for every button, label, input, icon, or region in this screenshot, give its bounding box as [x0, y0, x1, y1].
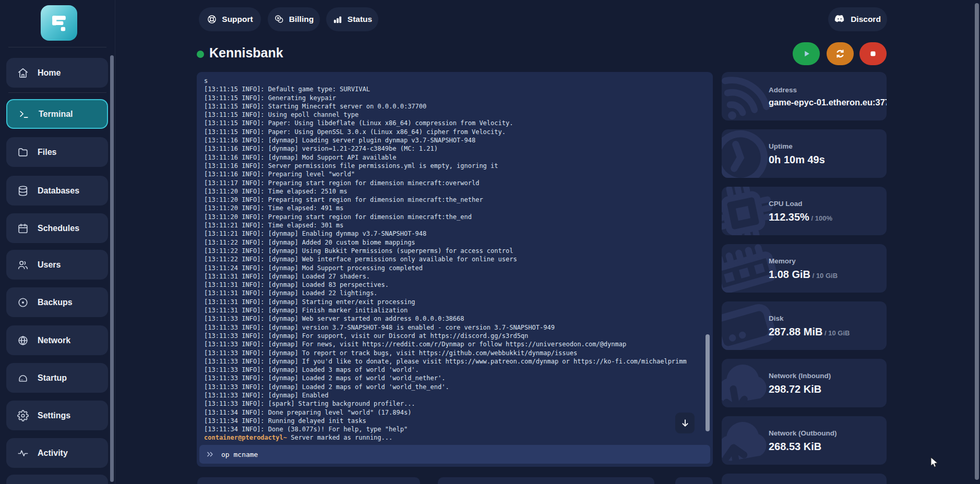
console-log-line: [13:11:15 INFO]: Generating keypair	[204, 94, 701, 102]
sidebar-item-label: Activity	[38, 449, 68, 458]
stat-suffix: / 10 GiB	[810, 271, 838, 279]
console-log-line: [13:11:21 INFO]: Time elapsed: 301 ms	[204, 221, 701, 229]
status-button[interactable]: Status	[326, 7, 378, 31]
globe-icon	[17, 335, 29, 346]
stat-card-cpu-load: CPU Load112.35% / 100%	[722, 187, 887, 235]
console-log-line: [13:11:15 INFO]: Default game type: SURV…	[204, 85, 701, 93]
folder-icon	[17, 147, 29, 158]
stat-label: Network (Outbound)	[769, 429, 836, 437]
console-log-line: [13:11:15 INFO]: Paper: Using libdeflate…	[204, 119, 701, 127]
sidebar-item-label: Databases	[38, 186, 79, 196]
sidebar-item-label: Network	[38, 336, 70, 345]
sidebar-item-schedules[interactable]: Schedules	[6, 213, 108, 243]
stat-label: Uptime	[769, 142, 825, 150]
pill-label: Status	[348, 15, 372, 24]
console-log-line: [13:11:34 INFO]: Running delayed init ta…	[204, 417, 701, 425]
console-scrollbar-thumb[interactable]	[706, 334, 710, 431]
sidebar-item-backups[interactable]: Backups	[6, 287, 108, 317]
restart-icon	[834, 48, 846, 59]
console-log-line: [13:11:33 INFO]: [dynmap] version 3.7-SN…	[204, 323, 701, 332]
sidebar-item-settings[interactable]: Settings	[6, 401, 108, 430]
console-prompt-line: container@pterodactyl~ Server marked as …	[204, 433, 701, 442]
stat-suffix: / 10 GiB	[822, 329, 850, 336]
stat-label: CPU Load	[769, 199, 832, 207]
arrow-down-icon	[680, 418, 690, 428]
restart-server-button[interactable]	[827, 42, 854, 65]
sidebar-item-databases[interactable]: Databases	[6, 176, 108, 205]
sidebar-item-network[interactable]: Network	[6, 325, 108, 355]
sidebar-item-label: Home	[38, 68, 61, 78]
sidebar-item-files[interactable]: Files	[6, 137, 108, 167]
stat-suffix: / 100%	[809, 214, 832, 222]
double-chevron-icon	[206, 450, 214, 458]
brand-logo-icon[interactable]	[41, 5, 77, 41]
console-log-line: [13:11:33 INFO]: [dynmap] Loaded 2 maps …	[204, 383, 701, 391]
console-output: s[13:11:15 INFO]: Default game type: SUR…	[204, 77, 701, 442]
console-log-line: [13:11:22 INFO]: [dynmap] Using Bukkit P…	[204, 247, 701, 255]
console-log-line: [13:11:33 INFO]: [dynmap] Loaded 3 maps …	[204, 366, 701, 374]
stat-label: Memory	[769, 257, 838, 264]
stop-icon	[867, 48, 879, 59]
server-icon	[17, 372, 29, 384]
stat-value: 298.72 KiB	[769, 383, 831, 395]
support-button[interactable]: Support	[199, 7, 261, 31]
users-icon	[17, 259, 29, 271]
console-log-line: [13:11:16 INFO]: [dynmap] Mod Support AP…	[204, 153, 701, 162]
scroll-to-bottom-button[interactable]	[675, 413, 695, 433]
server-panel-page: HomeTerminalFilesDatabasesSchedulesUsers…	[0, 0, 980, 484]
sidebar-item-home[interactable]: Home	[6, 58, 108, 88]
stat-value: 0h 10m 49s	[769, 153, 825, 165]
home-icon	[17, 67, 29, 79]
coins-icon	[274, 14, 284, 25]
sidebar-item-activity[interactable]: Activity	[6, 438, 108, 468]
console-panel: s[13:11:15 INFO]: Default game type: SUR…	[197, 72, 713, 467]
sidebar-item-label: Terminal	[39, 110, 73, 119]
console-log-line: [13:11:33 INFO]: [dynmap] Loaded 2 maps …	[204, 374, 701, 382]
stat-value: 1.08 GiB / 10 GiB	[769, 268, 838, 280]
console-log-line: [13:11:34 INFO]: Done preparing level "w…	[204, 408, 701, 417]
start-server-button[interactable]	[793, 42, 820, 65]
lifebuoy-icon	[207, 14, 217, 25]
database-icon	[17, 185, 29, 197]
pill-label: Support	[222, 15, 253, 24]
stat-value: 268.53 KiB	[769, 440, 836, 452]
console-log-line: s	[204, 77, 701, 85]
console-log-line: [13:11:33 INFO]: [dynmap] To report or t…	[204, 349, 701, 357]
stat-label: Network (Inbound)	[769, 371, 831, 379]
console-log-line: [13:11:31 INFO]: [dynmap] Finish marker …	[204, 306, 701, 314]
console-log-line: [13:11:20 INFO]: Time elapsed: 2510 ms	[204, 187, 701, 196]
stat-card-address: Addressgame-epyc-01.etheron.eu:37700	[722, 72, 887, 120]
stat-card-memory: Memory1.08 GiB / 10 GiB	[722, 244, 887, 293]
console-log-line: [13:11:31 INFO]: [dynmap] Loaded 27 shad…	[204, 272, 701, 281]
sidebar-item-label: Files	[38, 148, 56, 157]
stop-server-button[interactable]	[859, 42, 887, 65]
stat-label: Disk	[769, 314, 850, 322]
console-log-line: [13:11:15 INFO]: Starting Minecraft serv…	[204, 102, 701, 111]
activity-icon	[17, 447, 29, 459]
discord-button-label: Discord	[851, 15, 881, 24]
discord-button[interactable]: Discord	[828, 7, 887, 31]
gear-icon	[17, 410, 29, 421]
console-log-line: [13:11:15 INFO]: Paper: Using OpenSSL 3.…	[204, 128, 701, 136]
sidebar-divider	[8, 47, 106, 47]
console-log-line: [13:11:22 INFO]: [dynmap] Added 20 custo…	[204, 238, 701, 247]
stat-value: 287.88 MiB / 10 GiB	[769, 325, 850, 337]
console-log-line: [13:11:33 INFO]: [dynmap] If you'd like …	[204, 357, 701, 366]
console-log-line: [13:11:34 INFO]: Done (38.077s)! For hel…	[204, 425, 701, 433]
page-scrollbar[interactable]	[975, 3, 979, 480]
sidebar-item-startup[interactable]: Startup	[6, 363, 108, 393]
terminal-icon	[18, 108, 30, 120]
stat-card-network-outbound: Network (Outbound)268.53 KiB	[722, 416, 887, 465]
stat-label: Address	[769, 86, 887, 93]
sidebar-item-terminal[interactable]: Terminal	[6, 99, 108, 129]
pill-label: Billing	[289, 15, 314, 24]
command-input-value: op mcname	[221, 451, 258, 458]
partial-card	[675, 477, 713, 484]
command-input[interactable]: op mcname	[199, 445, 710, 464]
sidebar-item-label: Settings	[38, 411, 70, 420]
sidebar-item-users[interactable]: Users	[6, 250, 108, 280]
sidebar-scrollbar[interactable]	[110, 55, 114, 482]
stat-value: 112.35% / 100%	[769, 211, 832, 223]
sidebar-item-partial[interactable]	[6, 475, 108, 484]
billing-button[interactable]: Billing	[268, 7, 320, 31]
